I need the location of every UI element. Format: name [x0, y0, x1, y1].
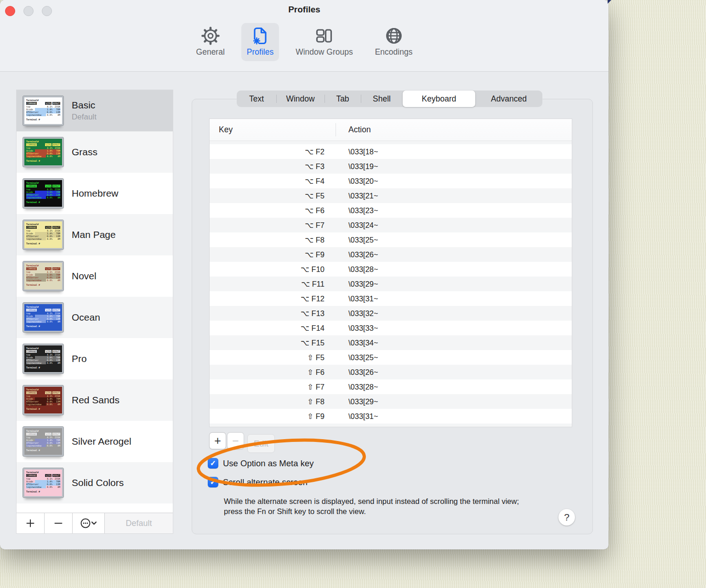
table-body: ⌥ F2 \033[18~ ⌥ F3 \033[19~ ⌥ F4 \033[20…: [210, 144, 572, 424]
toolbar-item-label: General: [196, 47, 225, 57]
profile-name: Red Sands: [72, 395, 120, 406]
action-cell: \033[34~: [336, 339, 378, 347]
profile-name: Basic: [72, 100, 97, 111]
column-header-action[interactable]: Action: [336, 125, 371, 135]
window-title: Profiles: [0, 5, 609, 15]
add-key-button[interactable]: +: [209, 432, 226, 449]
action-cell: \033[23~: [336, 206, 378, 215]
table-row[interactable]: ⌥ F6 \033[23~: [210, 203, 572, 218]
profile-thumbnail: Terminal# COMMAND%CPURPRVT top4.1%231K X…: [23, 303, 63, 332]
scroll-alternate-screen-checkbox-row[interactable]: ✓ Scroll alternate screen: [208, 477, 307, 487]
table-row[interactable]: ⌥ F8 \033[25~: [210, 232, 572, 247]
key-cell: ⌥ F7: [210, 221, 336, 230]
key-cell: ⌥ F13: [210, 309, 336, 318]
key-cell: ⌥ F12: [210, 294, 336, 303]
table-row[interactable]: ⌥ F13 \033[32~: [210, 306, 572, 321]
toolbar-item-general[interactable]: General: [191, 23, 230, 61]
use-option-as-meta-checkbox-row[interactable]: ✓ Use Option as Meta key: [208, 458, 313, 469]
action-cell: \033[33~: [336, 324, 378, 333]
table-row[interactable]: ⌥ F3 \033[19~: [210, 159, 572, 174]
sidebar-item-grass[interactable]: Terminal# COMMAND%CPURPRVT top4.1%231K X…: [17, 131, 173, 173]
tab-window[interactable]: Window: [276, 90, 325, 107]
sidebar-footer: Default: [17, 513, 173, 533]
checkbox-checked-icon[interactable]: ✓: [208, 477, 218, 487]
profile-thumbnail: Terminal# COMMAND%CPURPRVT top4.1%231K X…: [23, 137, 63, 167]
profile-name: Homebrew: [72, 188, 119, 199]
table-row[interactable]: ⇧ F5 \033[25~: [210, 350, 572, 365]
key-cell: ⌥ F6: [210, 206, 336, 215]
action-cell: \033[32~: [336, 309, 378, 318]
sidebar-item-solid-colors[interactable]: Terminal# COMMAND%CPURPRVT top4.1%231K X…: [17, 462, 173, 503]
sidebar-item-pro[interactable]: Terminal# COMMAND%CPURPRVT top4.1%231K X…: [17, 338, 173, 379]
sidebar-item-novel[interactable]: Terminal# COMMAND%CPURPRVT top4.1%231K X…: [17, 255, 173, 297]
table-row[interactable]: ⌥ F10 \033[28~: [210, 262, 572, 277]
table-row[interactable]: ⇧ F8 \033[29~: [210, 394, 572, 409]
key-cell: ⌥ F11: [210, 280, 336, 288]
checkbox-label: Use Option as Meta key: [223, 458, 313, 469]
profile-list: Terminal# COMMAND%CPURPRVT top4.1%231K X…: [17, 90, 173, 513]
sidebar-item-man-page[interactable]: Terminal# COMMAND%CPURPRVT top4.1%231K X…: [17, 214, 173, 255]
table-row[interactable]: ⇧ F7 \033[28~: [210, 379, 572, 394]
profile-thumbnail: Terminal# COMMAND%CPURPRVT top4.1%231K X…: [23, 220, 63, 249]
toolbar-item-encodings[interactable]: Encodings: [370, 23, 418, 61]
table-row[interactable]: ⌥ F12 \033[31~: [210, 291, 572, 306]
key-cell: ⇧ F9: [210, 412, 336, 421]
globe-icon: [385, 27, 403, 45]
sidebar-item-homebrew[interactable]: Terminal# COMMAND%CPURPRVT top4.1%231K X…: [17, 173, 173, 214]
profile-name: Solid Colors: [72, 477, 124, 488]
sidebar-item-ocean[interactable]: Terminal# COMMAND%CPURPRVT top4.1%231K X…: [17, 297, 173, 338]
profile-name: Grass: [72, 147, 97, 158]
action-cell: \033[26~: [336, 368, 378, 377]
toolbar-item-label: Profiles: [247, 47, 273, 57]
table-row[interactable]: ⌥ F4 \033[20~: [210, 174, 572, 188]
table-row[interactable]: ⌥ F9 \033[26~: [210, 247, 572, 262]
more-options-button[interactable]: [73, 513, 105, 533]
key-cell: ⌥ F8: [210, 236, 336, 244]
toolbar-item-profiles[interactable]: Profiles: [241, 23, 279, 61]
tab-text[interactable]: Text: [237, 90, 276, 107]
key-cell: ⇧ F8: [210, 397, 336, 406]
table-row[interactable]: ⌥ F2 \033[18~: [210, 144, 572, 159]
remove-profile-button[interactable]: [45, 513, 73, 533]
tab-shell[interactable]: Shell: [361, 90, 403, 107]
action-cell: \033[31~: [336, 412, 378, 421]
key-cell: ⌥ F5: [210, 192, 336, 200]
toolbar-item-label: Window Groups: [296, 47, 353, 57]
key-cell: ⌥ F14: [210, 324, 336, 333]
column-divider[interactable]: [336, 123, 336, 136]
key-cell: ⌥ F3: [210, 162, 336, 171]
action-cell: \033[25~: [336, 236, 378, 244]
edit-key-button: Edit: [247, 434, 275, 453]
tab-keyboard[interactable]: Keyboard: [403, 90, 475, 107]
sidebar-item-basic[interactable]: Terminal# COMMAND%CPURPRVT top4.1%231K X…: [17, 90, 173, 131]
partial-row-bottom: [210, 424, 572, 427]
add-profile-button[interactable]: [17, 513, 45, 533]
toolbar-item-window-groups[interactable]: Window Groups: [290, 23, 359, 61]
profile-tabs: Text Window Tab Shell Keyboard Advanced: [237, 90, 542, 107]
table-row[interactable]: ⌥ F7 \033[24~: [210, 218, 572, 232]
table-row[interactable]: ⌥ F5 \033[21~: [210, 188, 572, 203]
sidebar-item-red-sands[interactable]: Terminal# COMMAND%CPURPRVT top4.1%231K X…: [17, 379, 173, 421]
key-cell: ⇧ F5: [210, 353, 336, 362]
sidebar-item-silver-aerogel[interactable]: Terminal# COMMAND%CPURPRVT top4.1%231K X…: [17, 421, 173, 462]
desktop-corner-artifact: [608, 0, 611, 4]
table-row[interactable]: ⇧ F6 \033[26~: [210, 365, 572, 379]
action-cell: \033[20~: [336, 177, 378, 186]
table-row[interactable]: ⌥ F11 \033[29~: [210, 277, 572, 291]
profile-name: Novel: [72, 271, 97, 282]
key-cell: ⌥ F2: [210, 147, 336, 156]
checkbox-checked-icon[interactable]: ✓: [208, 458, 218, 469]
profile-name: Man Page: [72, 229, 116, 240]
tab-advanced[interactable]: Advanced: [475, 90, 542, 107]
profiles-sidebar: Terminal# COMMAND%CPURPRVT top4.1%231K X…: [16, 90, 173, 534]
action-cell: \033[29~: [336, 280, 378, 288]
table-row[interactable]: ⇧ F9 \033[31~: [210, 409, 572, 424]
action-cell: \033[28~: [336, 265, 378, 274]
column-header-key[interactable]: Key: [210, 125, 336, 135]
help-button[interactable]: ?: [558, 509, 575, 526]
profile-doc-icon: [251, 27, 269, 45]
table-row[interactable]: ⌥ F14 \033[33~: [210, 321, 572, 335]
action-cell: \033[29~: [336, 397, 378, 406]
tab-tab[interactable]: Tab: [325, 90, 361, 107]
table-row[interactable]: ⌥ F15 \033[34~: [210, 335, 572, 350]
